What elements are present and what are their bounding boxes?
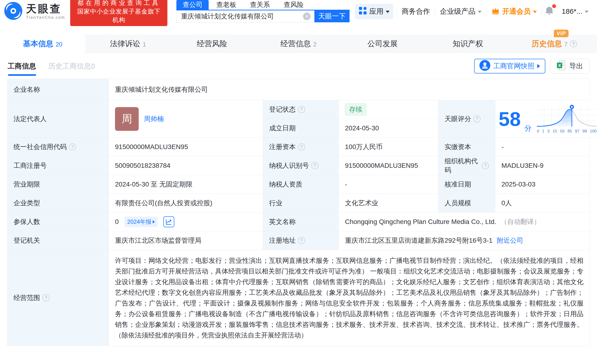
tab-intellectual-property[interactable]: 知识产权 — [426, 35, 512, 53]
search-button[interactable]: 天眼一下 — [314, 10, 349, 22]
account-phone: 186*... — [562, 7, 582, 15]
top-header: 天眼查 TianYanCha.com 都在用的商业查询工具 国家中小企业发展子基… — [0, 0, 597, 23]
tab-operation-info[interactable]: 经营信息 2 — [256, 35, 341, 53]
notification-bell[interactable] — [542, 6, 557, 17]
subtab-history-business-info[interactable]: 历史工商信息0 — [48, 61, 95, 71]
business-info-table: 企业名称 重庆倾城计划文化传媒有限公司 法定代表人 周 周帅楠 登记状态 存续 … — [7, 79, 590, 346]
arrow-right-icon — [153, 220, 155, 224]
tab-legal-litigation[interactable]: 法律诉讼 1 — [85, 35, 171, 53]
help-icon[interactable] — [473, 116, 481, 123]
industry-label: 行业 — [263, 194, 339, 213]
subtab-business-info[interactable]: 工商信息 — [8, 61, 36, 71]
apps-menu[interactable]: 应用 — [355, 4, 393, 19]
approval-date-value: 2025-03-03 — [495, 175, 590, 194]
search-tab-boss[interactable]: 查老板 — [210, 0, 242, 10]
table-row: 工商注册号 500905018238784 纳税人识别号 91500000MAD… — [7, 156, 590, 175]
account-menu[interactable]: 186*... — [557, 7, 593, 15]
bell-icon — [545, 9, 554, 16]
scope-label-cell: 经营范围 — [7, 250, 109, 346]
tianyancha-logo-icon — [4, 1, 23, 21]
score-axis-ticks: 0 1 3 15 50 85 97 99 100 — [537, 129, 597, 134]
staff-size-value: 0人 — [495, 194, 590, 213]
tab-operation-risk[interactable]: 经营风险 — [171, 35, 256, 53]
table-row: 营业期限 2024-05-30 至 无固定期限 纳税人资质 - 核准日期 202… — [7, 175, 590, 194]
table-row: 企业类型 有限责任公司(自然人投资或控股) 行业 文化艺术业 人员规模 0人 — [7, 194, 590, 213]
axis-tick: 100 — [590, 129, 597, 134]
scope-value: 许可项目：网络文化经营；电影发行；营业性演出；互联网直播技术服务；互联网信息服务… — [109, 250, 590, 346]
promo-banner: 都在用的商业查询工具 国家中小企业发展子基金旗下机构 — [70, 0, 167, 26]
org-code-label: 组织机构代码 — [445, 157, 479, 175]
svg-text:X: X — [558, 63, 561, 68]
official-snapshot-button[interactable]: 工商官网快照 — [474, 59, 545, 73]
search-tab-relation[interactable]: 查关系 — [244, 0, 276, 10]
axis-tick: 0 — [537, 129, 539, 134]
approval-date-label: 核准日期 — [438, 175, 495, 194]
help-icon[interactable] — [311, 162, 318, 169]
table-row: 统一社会信用代码 91500000MADLU3EN95 注册资本 100万人民币… — [7, 138, 590, 156]
help-icon[interactable] — [42, 294, 50, 302]
cooperation-menu[interactable]: 商务合作 — [397, 7, 435, 16]
table-row: 经营范围 许可项目：网络文化经营；电影发行；营业性演出；互联网直播技术服务；互联… — [7, 250, 590, 346]
search-tab-risk[interactable]: 查风险 — [277, 0, 310, 10]
help-icon[interactable] — [298, 106, 305, 113]
enterprise-label: 企业级产品 — [440, 7, 475, 16]
search-clear-icon[interactable]: × — [303, 13, 311, 20]
top-menu: 应用 商务合作 企业级产品 开通会员 — [355, 4, 593, 19]
logo-domain: TianYanCha.com — [26, 15, 65, 20]
help-icon[interactable] — [298, 237, 305, 244]
apps-menu-label: 应用 — [369, 7, 383, 16]
insured-trend-button[interactable] — [163, 216, 174, 227]
tab-count: 7 — [564, 41, 568, 48]
company-type-label: 企业类型 — [7, 194, 109, 213]
tab-history-info[interactable]: 历史信息 VIP 7 — [512, 35, 597, 53]
credit-code-label: 统一社会信用代码 — [14, 142, 67, 151]
legal-rep-name-link[interactable]: 周帅楠 — [144, 115, 164, 124]
vip-badge: VIP — [554, 30, 569, 37]
main-nav-tabs: 基本信息 20 法律诉讼 1 经营风险 经营信息 2 公司发展 知识产权 历史信… — [0, 35, 597, 53]
export-button[interactable]: X 导出 — [550, 59, 589, 73]
axis-tick: 99 — [582, 129, 587, 134]
promo-line2: 国家中小企业发展子基金旗下机构 — [75, 7, 163, 24]
reg-authority-value: 重庆市江北区市场监督管理局 — [109, 231, 263, 250]
annual-report-chip[interactable]: 2024年报 — [125, 217, 158, 227]
company-type-value: 有限责任公司(自然人投资或控股) — [109, 194, 263, 213]
help-icon[interactable] — [69, 143, 76, 150]
reg-status-label-cell: 登记状态 — [263, 100, 339, 119]
search-input[interactable] — [177, 10, 303, 22]
business-term-value: 2024-05-30 至 无固定期限 — [109, 175, 263, 194]
reg-capital-value: 100万人民币 — [339, 138, 438, 156]
axis-tick: 3 — [547, 129, 550, 134]
help-icon[interactable] — [570, 40, 577, 47]
stamp-icon — [479, 60, 490, 72]
vip-menu-label: 开通会员 — [502, 7, 531, 16]
search-tab-company[interactable]: 查公司 — [176, 0, 209, 10]
insured-count-value: 0 — [115, 218, 119, 226]
nearby-companies-link[interactable]: 附近公司 — [497, 236, 523, 245]
help-icon[interactable] — [482, 162, 489, 169]
table-row: 参保人数 0 2024年报 英文名称 Chongqing Qingcheng P… — [7, 213, 590, 231]
score-value: 58 — [499, 109, 521, 129]
axis-tick: 97 — [575, 129, 580, 134]
annual-report-label: 2024年报 — [127, 218, 151, 226]
logo-title: 天眼查 — [26, 3, 65, 15]
tianyancha-logo[interactable]: 天眼查 TianYanCha.com — [4, 1, 65, 21]
business-term-label: 营业期限 — [7, 175, 109, 194]
reg-authority-label: 登记机关 — [7, 231, 109, 250]
paid-capital-label: 实缴资本 — [438, 138, 495, 156]
score-cell: 58 分 — [495, 100, 597, 138]
search-module: 查公司 查老板 查关系 查风险 × 天眼一下 — [176, 0, 350, 23]
status-badge: 存续 — [345, 104, 366, 116]
taxpayer-id-label: 纳税人识别号 — [269, 161, 309, 170]
paid-capital-value: - — [495, 138, 590, 156]
table-row: 登记机关 重庆市江北区市场监督管理局 注册地址 重庆市江北区五里店街道建新东路2… — [7, 231, 590, 250]
promo-line1: 都在用的商业查询工具 — [75, 0, 163, 7]
vip-menu[interactable]: 开通会员 — [487, 7, 542, 16]
tab-count: 2 — [313, 41, 316, 48]
tab-company-development[interactable]: 公司发展 — [341, 35, 426, 53]
org-code-label-cell: 组织机构代码 — [438, 156, 495, 175]
score-distribution-chart: 0 1 3 15 50 85 97 99 100 — [537, 104, 597, 134]
help-icon[interactable] — [298, 143, 305, 150]
establish-date-value: 2024-05-30 — [339, 119, 438, 138]
tab-basic-info[interactable]: 基本信息 20 — [0, 35, 85, 53]
enterprise-menu[interactable]: 企业级产品 — [435, 7, 486, 16]
